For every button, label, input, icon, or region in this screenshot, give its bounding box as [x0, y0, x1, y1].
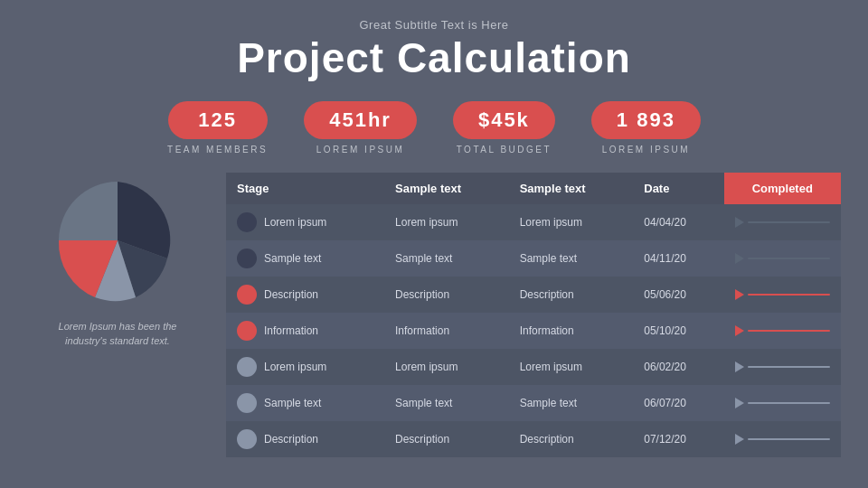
- progress-arrow-icon: [735, 361, 744, 372]
- table-row: Sample textSample textSample text04/11/2…: [226, 240, 841, 277]
- col2-cell: Description: [509, 421, 634, 457]
- page-subtitle: Great Subtitle Text is Here: [0, 18, 868, 32]
- col2-cell: Description: [509, 277, 634, 313]
- stat-item-0: 125 TEAM MEMBERS: [167, 101, 268, 155]
- progress-line: [748, 221, 830, 223]
- completed-cell: [724, 421, 841, 457]
- col1-cell: Sample text: [384, 240, 509, 277]
- row-icon: [237, 429, 257, 449]
- stage-label: Description: [264, 288, 318, 301]
- row-icon: [237, 249, 257, 268]
- date-cell: 04/11/20: [633, 240, 723, 277]
- stat-badge-1: 451hr: [304, 101, 417, 139]
- col1-cell: Lorem ipsum: [384, 204, 509, 240]
- table-row: DescriptionDescriptionDescription07/12/2…: [226, 421, 841, 457]
- stage-label: Sample text: [264, 252, 321, 265]
- date-cell: 07/12/20: [633, 421, 723, 457]
- date-cell: 06/02/20: [633, 349, 723, 385]
- stat-item-2: $45k TOTAL BUDGET: [453, 101, 555, 155]
- row-icon: [237, 357, 257, 377]
- table-row: Lorem ipsumLorem ipsumLorem ipsum04/04/2…: [226, 204, 841, 240]
- chart-caption: Lorem Ipsum has been the industry's stan…: [45, 319, 190, 349]
- stat-label-1: LOREM IPSUM: [316, 145, 405, 155]
- col1-cell: Information: [384, 313, 509, 349]
- col1-cell: Sample text: [384, 385, 509, 421]
- col2-cell: Lorem ipsum: [509, 204, 634, 240]
- chart-section: Lorem Ipsum has been the industry's stan…: [27, 173, 208, 349]
- progress-arrow-icon: [735, 253, 744, 264]
- page-header: Great Subtitle Text is Here Project Calc…: [0, 0, 868, 81]
- completed-cell: [724, 385, 841, 421]
- date-cell: 05/06/20: [633, 277, 723, 313]
- table-row: InformationInformationInformation05/10/2…: [226, 313, 841, 349]
- pie-chart: [50, 173, 185, 308]
- col1-cell: Lorem ipsum: [384, 349, 509, 385]
- completed-cell: [724, 313, 841, 349]
- table-row: DescriptionDescriptionDescription05/06/2…: [226, 277, 841, 313]
- progress-arrow-icon: [735, 289, 744, 300]
- progress-line: [748, 258, 830, 259]
- col2-cell: Information: [509, 313, 634, 349]
- table-section: Stage Sample text Sample text Date Compl…: [226, 173, 841, 457]
- col2-cell: Sample text: [509, 385, 634, 421]
- col1-cell: Description: [384, 277, 509, 313]
- col-header-date: Date: [633, 173, 723, 204]
- stage-label: Lorem ipsum: [264, 361, 326, 373]
- row-icon: [237, 393, 257, 413]
- date-cell: 06/07/20: [633, 385, 723, 421]
- col2-cell: Lorem ipsum: [509, 349, 634, 385]
- progress-arrow-icon: [735, 434, 744, 445]
- stat-item-3: 1 893 LOREM IPSUM: [591, 101, 701, 155]
- row-icon: [237, 321, 257, 341]
- stat-badge-2: $45k: [453, 101, 555, 139]
- completed-cell: [724, 349, 841, 385]
- row-icon: [237, 212, 257, 232]
- progress-line: [748, 366, 830, 368]
- date-cell: 04/04/20: [633, 204, 723, 240]
- progress-line: [748, 438, 830, 440]
- stat-label-2: TOTAL BUDGET: [457, 145, 552, 155]
- stage-label: Sample text: [264, 397, 321, 409]
- stage-label: Description: [264, 433, 318, 446]
- progress-line: [748, 402, 830, 404]
- col-header-2: Sample text: [509, 173, 634, 204]
- progress-arrow-icon: [735, 325, 744, 336]
- completed-cell: [724, 204, 841, 240]
- row-icon: [237, 285, 257, 305]
- stat-label-0: TEAM MEMBERS: [167, 145, 268, 155]
- progress-line: [748, 330, 830, 332]
- stats-row: 125 TEAM MEMBERS 451hr LOREM IPSUM $45k …: [0, 101, 868, 155]
- stage-label: Information: [264, 324, 318, 337]
- main-content: Lorem Ipsum has been the industry's stan…: [0, 173, 868, 457]
- completed-cell: [724, 277, 841, 313]
- stat-badge-3: 1 893: [591, 101, 701, 139]
- table-row: Sample textSample textSample text06/07/2…: [226, 385, 841, 421]
- stage-label: Lorem ipsum: [264, 216, 326, 229]
- col-header-stage: Stage: [226, 173, 384, 204]
- col1-cell: Description: [384, 421, 509, 457]
- data-table: Stage Sample text Sample text Date Compl…: [226, 173, 841, 457]
- stat-badge-0: 125: [168, 101, 268, 139]
- stat-label-3: LOREM IPSUM: [602, 145, 691, 155]
- col2-cell: Sample text: [509, 240, 634, 277]
- col-header-1: Sample text: [384, 173, 509, 204]
- col-header-completed: Completed: [724, 173, 841, 204]
- date-cell: 05/10/20: [633, 313, 723, 349]
- table-row: Lorem ipsumLorem ipsumLorem ipsum06/02/2…: [226, 349, 841, 385]
- progress-arrow-icon: [735, 398, 744, 408]
- completed-cell: [724, 240, 841, 277]
- stat-item-1: 451hr LOREM IPSUM: [304, 101, 417, 155]
- page-title: Project Calculation: [0, 35, 868, 81]
- progress-arrow-icon: [735, 217, 744, 228]
- progress-line: [748, 294, 830, 296]
